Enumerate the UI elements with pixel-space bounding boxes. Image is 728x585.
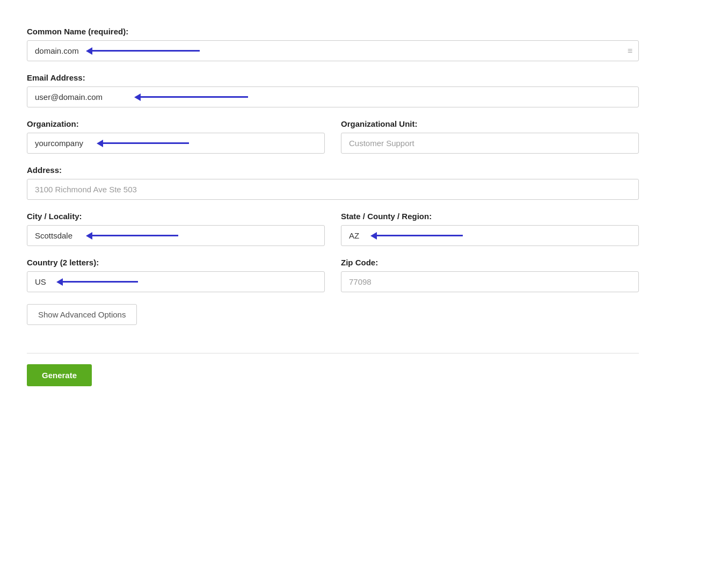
- city-input[interactable]: [27, 225, 325, 246]
- address-group: Address:: [27, 165, 639, 200]
- address-label: Address:: [27, 165, 639, 175]
- organization-wrapper: [27, 133, 325, 154]
- email-input[interactable]: [27, 86, 639, 107]
- city-group: City / Locality:: [27, 212, 325, 246]
- email-wrapper: [27, 86, 639, 107]
- zip-label: Zip Code:: [341, 258, 639, 267]
- state-group: State / County / Region:: [341, 212, 639, 246]
- org-unit-label: Organizational Unit:: [341, 119, 639, 128]
- country-wrapper: [27, 271, 325, 292]
- city-wrapper: [27, 225, 325, 246]
- country-group: Country (2 letters):: [27, 258, 325, 292]
- advanced-options-group: Show Advanced Options: [27, 304, 639, 341]
- state-label: State / County / Region:: [341, 212, 639, 221]
- org-row: Organization: Organizational Unit:: [27, 119, 639, 165]
- common-name-label: Common Name (required):: [27, 27, 639, 36]
- country-zip-row: Country (2 letters): Zip Code:: [27, 258, 639, 304]
- organization-input[interactable]: [27, 133, 325, 154]
- zip-input[interactable]: [341, 271, 639, 292]
- country-input[interactable]: [27, 271, 325, 292]
- country-label: Country (2 letters):: [27, 258, 325, 267]
- organization-label: Organization:: [27, 119, 325, 128]
- generate-button[interactable]: Generate: [27, 364, 92, 386]
- common-name-input[interactable]: [27, 40, 639, 61]
- org-unit-input[interactable]: [341, 133, 639, 154]
- email-label: Email Address:: [27, 73, 639, 82]
- divider: [27, 353, 639, 353]
- address-input[interactable]: [27, 179, 639, 200]
- common-name-group: Common Name (required): ≡: [27, 27, 639, 61]
- email-group: Email Address:: [27, 73, 639, 107]
- state-wrapper: [341, 225, 639, 246]
- zip-group: Zip Code:: [341, 258, 639, 292]
- common-name-wrapper: ≡: [27, 40, 639, 61]
- city-label: City / Locality:: [27, 212, 325, 221]
- city-state-row: City / Locality: State / County / Region…: [27, 212, 639, 258]
- org-unit-group: Organizational Unit:: [341, 119, 639, 154]
- organization-group: Organization:: [27, 119, 325, 154]
- show-advanced-button[interactable]: Show Advanced Options: [27, 304, 137, 325]
- form-container: Common Name (required): ≡ Email Address:…: [11, 16, 655, 397]
- state-input[interactable]: [341, 225, 639, 246]
